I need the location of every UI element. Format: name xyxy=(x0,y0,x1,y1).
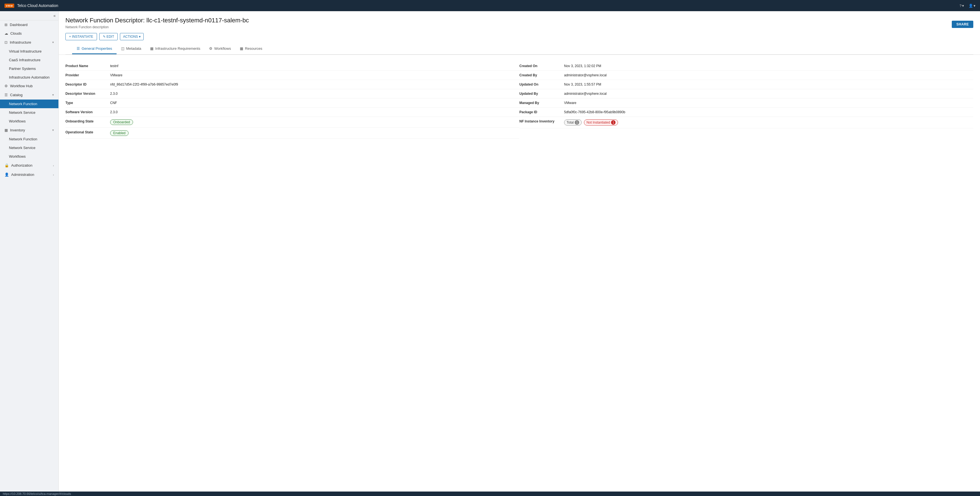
onboarding-state-badge: Onboarded xyxy=(110,120,133,125)
content-area: Product Name testnf Provider VMware Desc… xyxy=(59,55,980,145)
sidebar-label-workflow-hub: Workflow Hub xyxy=(10,84,33,88)
sidebar-item-dashboard[interactable]: ⊞ Dashboard xyxy=(0,21,59,29)
tab-general[interactable]: ☰ General Properties xyxy=(72,44,116,54)
tab-infrastructure-label: Infrastructure Requirements xyxy=(155,46,200,51)
top-nav-left: vmw Telco Cloud Automation xyxy=(5,3,58,8)
sidebar-section-administration[interactable]: 👤 Administration › xyxy=(0,170,59,179)
sidebar-item-inventory-network-service[interactable]: Network Service xyxy=(0,144,59,152)
properties-grid: Product Name testnf Provider VMware Desc… xyxy=(65,62,973,139)
sidebar-item-clouds[interactable]: ☁ Clouds xyxy=(0,29,59,38)
prop-software-version: Software Version 2.3.0 xyxy=(65,108,519,117)
prop-descriptor-version-value: 2.3.0 xyxy=(110,92,118,96)
sidebar-sub-catalog: Network Function Network Service Workflo… xyxy=(0,99,59,126)
sidebar-section-inventory[interactable]: ▦ Inventory ▾ xyxy=(0,126,59,135)
sidebar-label-clouds: Clouds xyxy=(10,31,22,35)
sidebar-item-virtual-infrastructure[interactable]: Virtual Infrastructure xyxy=(0,47,59,56)
prop-descriptor-id: Descriptor ID nfd_86d17d54-22f2-4f99-a7b… xyxy=(65,80,519,89)
catalog-chevron-icon: ▾ xyxy=(52,93,54,97)
help-icon: ? xyxy=(959,4,962,8)
authorization-icon: 🔒 xyxy=(5,163,9,167)
clouds-icon: ☁ xyxy=(5,31,8,35)
properties-left: Product Name testnf Provider VMware Desc… xyxy=(65,62,519,139)
sidebar-item-workflow-hub[interactable]: ⚙ Workflow Hub xyxy=(0,81,59,90)
toolbar: + INSTANTIATE ✎ EDIT ACTIONS ▾ xyxy=(65,33,249,40)
sidebar-item-caas-infrastructure[interactable]: CaaS Infrastructure xyxy=(0,56,59,64)
infrastructure-icon: ⊡ xyxy=(5,40,8,45)
sidebar: « ⊞ Dashboard ☁ Clouds ⊡ Infrastructure … xyxy=(0,11,59,491)
inventory-total-badge[interactable]: Total 1 xyxy=(564,120,582,126)
inventory-total-label: Total xyxy=(566,121,574,124)
sidebar-section-authorization[interactable]: 🔒 Authorization › xyxy=(0,161,59,170)
user-menu[interactable]: 👤 ▾ xyxy=(969,4,975,8)
inventory-not-instantiated-badge[interactable]: Not Instantiated 1 xyxy=(584,120,618,126)
sidebar-collapse[interactable]: « xyxy=(0,11,59,21)
tab-general-label: General Properties xyxy=(82,46,112,51)
prop-created-on-label: Created On xyxy=(519,64,564,68)
main-content: Network Function Descriptor: llc-c1-test… xyxy=(59,11,980,491)
sidebar-item-catalog-network-service[interactable]: Network Service xyxy=(0,108,59,117)
caas-infrastructure-label: CaaS Infrastructure xyxy=(9,58,41,62)
sidebar-label-dashboard: Dashboard xyxy=(10,22,28,27)
catalog-icon: ☰ xyxy=(5,93,8,97)
inventory-network-service-label: Network Service xyxy=(9,146,35,150)
user-icon: 👤 xyxy=(969,4,973,8)
prop-managed-by: Managed By VMware xyxy=(519,99,973,108)
prop-operational-state-label: Operational State xyxy=(65,130,110,134)
tab-metadata-icon: ◫ xyxy=(121,46,124,51)
prop-onboarding-state: Onboarding State Onboarded xyxy=(65,117,519,128)
user-chevron: ▾ xyxy=(974,4,975,8)
inventory-icon: ▦ xyxy=(5,128,8,132)
authorization-arrow-icon: › xyxy=(53,164,54,167)
prop-updated-by-value: administrator@vsphere.local xyxy=(564,92,606,96)
instantiate-button[interactable]: + INSTANTIATE xyxy=(65,33,97,40)
status-bar: https://10.208.70.66/telco/ui/tca-manage… xyxy=(0,491,980,496)
tab-workflows-label: Workflows xyxy=(214,46,231,51)
prop-product-name: Product Name testnf xyxy=(65,62,519,71)
prop-created-by-label: Created By xyxy=(519,73,564,77)
infrastructure-automation-label: Infrastructure Automation xyxy=(9,75,49,80)
app-body: « ⊞ Dashboard ☁ Clouds ⊡ Infrastructure … xyxy=(0,11,980,491)
tab-metadata-label: Metadata xyxy=(126,46,141,51)
sidebar-item-catalog-workflows[interactable]: Workflows xyxy=(0,117,59,126)
prop-descriptor-id-label: Descriptor ID xyxy=(65,83,110,86)
sidebar-section-catalog[interactable]: ☰ Catalog ▾ xyxy=(0,90,59,99)
collapse-icon[interactable]: « xyxy=(53,13,56,18)
partner-systems-label: Partner Systems xyxy=(9,67,36,71)
sidebar-item-catalog-network-function[interactable]: Network Function xyxy=(0,99,59,108)
prop-descriptor-version: Descriptor Version 2.3.0 xyxy=(65,89,519,99)
prop-software-version-label: Software Version xyxy=(65,110,110,114)
prop-nf-instance-inventory: NF Instance Inventory Total 1 Not Instan… xyxy=(519,117,973,128)
prop-nf-instance-inventory-label: NF Instance Inventory xyxy=(519,120,564,123)
catalog-workflows-label: Workflows xyxy=(9,119,26,123)
not-instantiated-label: Not Instantiated xyxy=(586,121,610,124)
sidebar-sub-inventory: Network Function Network Service Workflo… xyxy=(0,135,59,161)
top-nav-right: ? ▾ 👤 ▾ xyxy=(959,4,975,8)
tab-resources-icon: ▦ xyxy=(240,46,243,51)
inventory-network-function-label: Network Function xyxy=(9,137,37,141)
catalog-network-function-label: Network Function xyxy=(9,102,37,106)
edit-button[interactable]: ✎ EDIT xyxy=(99,33,118,40)
page-header: Network Function Descriptor: llc-c1-test… xyxy=(59,11,980,55)
prop-updated-on: Updated On Nov 3, 2023, 1:55:57 PM xyxy=(519,80,973,89)
prop-managed-by-label: Managed By xyxy=(519,101,564,105)
sidebar-item-inventory-network-function[interactable]: Network Function xyxy=(0,135,59,144)
administration-arrow-icon: › xyxy=(53,173,54,176)
sidebar-item-infrastructure-automation[interactable]: Infrastructure Automation xyxy=(0,73,59,81)
prop-product-name-value: testnf xyxy=(110,64,118,68)
tab-infrastructure[interactable]: ▦ Infrastructure Requirements xyxy=(146,44,205,54)
help-button[interactable]: ? ▾ xyxy=(959,4,964,8)
sidebar-section-infrastructure[interactable]: ⊡ Infrastructure ▾ xyxy=(0,38,59,47)
prop-provider: Provider VMware xyxy=(65,71,519,80)
tab-metadata[interactable]: ◫ Metadata xyxy=(116,44,146,54)
tab-resources[interactable]: ▦ Resources xyxy=(235,44,267,54)
prop-created-on-value: Nov 3, 2023, 1:32:02 PM xyxy=(564,64,601,68)
tab-workflows[interactable]: ⚙ Workflows xyxy=(205,44,235,54)
prop-created-by-value: administrator@vsphere.local xyxy=(564,73,606,77)
tabs: ☰ General Properties ◫ Metadata ▦ Infras… xyxy=(65,44,973,54)
actions-button[interactable]: ACTIONS ▾ xyxy=(120,33,144,40)
sidebar-item-partner-systems[interactable]: Partner Systems xyxy=(0,64,59,73)
prop-descriptor-version-label: Descriptor Version xyxy=(65,92,110,96)
sidebar-item-inventory-workflows[interactable]: Workflows xyxy=(0,152,59,161)
share-button[interactable]: SHARE xyxy=(952,21,973,28)
prop-managed-by-value: VMware xyxy=(564,101,576,105)
